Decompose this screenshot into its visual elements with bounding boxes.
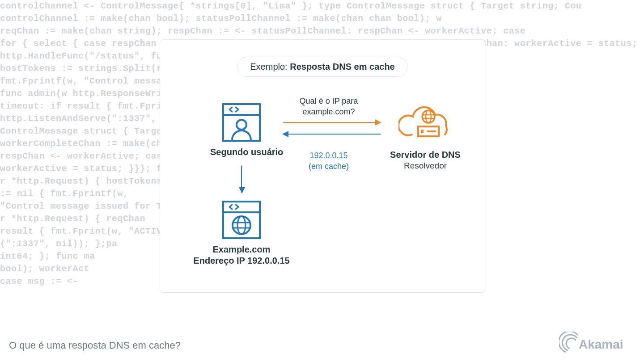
node-dns-resolver: Servidor de DNS Resolvedor — [381, 101, 470, 171]
node-website: Example.com Endereço IP 192.0.0.15 — [186, 201, 297, 266]
svg-point-3 — [422, 110, 435, 123]
user-title: Segundo usuário — [210, 147, 273, 157]
svg-rect-9 — [421, 130, 424, 133]
user-browser-icon — [222, 103, 261, 142]
svg-point-12 — [233, 216, 250, 234]
response-ip: 192.0.0.15 — [309, 151, 347, 160]
svg-rect-1 — [223, 104, 260, 115]
brand-text: Akamai — [579, 337, 623, 351]
query-line1: Qual é o IP para — [300, 97, 358, 105]
node-user: Segundo usuário — [210, 103, 273, 157]
query-line2: example.com? — [302, 107, 355, 116]
svg-point-13 — [237, 216, 246, 234]
site-ip: Endereço IP 192.0.0.15 — [186, 256, 297, 266]
arrow-user-to-site — [241, 166, 242, 193]
response-cached: (em cache) — [309, 162, 349, 171]
dns-cloud-server-icon — [398, 101, 452, 144]
pill-bold: Resposta DNS em cache — [290, 62, 395, 72]
caption-question: O que é uma resposta DNS em cache? — [9, 340, 181, 351]
dns-title: Servidor de DNS — [381, 150, 470, 160]
svg-rect-11 — [223, 202, 260, 212]
svg-rect-10 — [223, 202, 260, 238]
dns-subtitle: Resolvedor — [381, 161, 470, 171]
brand-logo: Akamai — [559, 332, 635, 355]
site-title: Example.com — [186, 244, 297, 255]
diagram-title-pill: Exemplo: Resposta DNS em cache — [237, 57, 407, 77]
arrow-query-right — [283, 122, 381, 123]
dns-response-label: 192.0.0.15 (em cache) — [280, 150, 377, 172]
svg-rect-0 — [223, 104, 260, 141]
arrow-response-left — [283, 134, 381, 135]
dns-query-label: Qual é o IP para example.com? — [280, 96, 377, 117]
diagram-card: Exemplo: Resposta DNS em cache Qual é o … — [160, 39, 485, 293]
pill-prefix: Exemplo: — [250, 62, 290, 72]
svg-point-2 — [237, 120, 246, 130]
website-browser-icon — [222, 201, 261, 239]
